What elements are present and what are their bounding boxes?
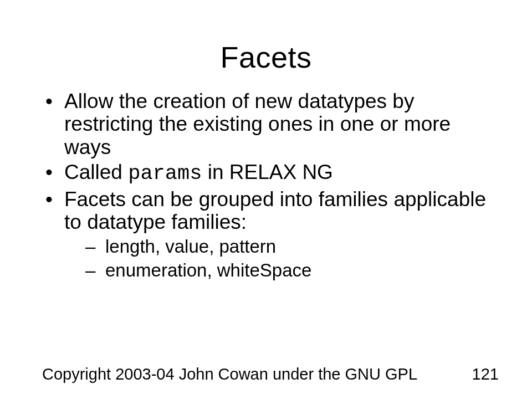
sub-bullet-item: length, value, pattern [64,235,499,258]
sub-bullet-list: length, value, pattern enumeration, whit… [64,235,499,282]
slide-footer: Copyright 2003-04 John Cowan under the G… [42,365,499,383]
sub-bullet-text: length, value, pattern [105,236,276,257]
bullet-text: Allow the creation of new datatypes by r… [64,90,451,158]
bullet-item: Called params in RELAX NG [42,161,499,185]
sub-bullet-text: enumeration, whiteSpace [105,260,311,280]
bullet-item: Allow the creation of new datatypes by r… [42,90,499,158]
code-text: params [128,162,202,185]
bullet-item: Facets can be grouped into families appl… [42,188,499,282]
copyright-text: Copyright 2003-04 John Cowan under the G… [42,365,417,383]
slide-content: Allow the creation of new datatypes by r… [0,90,532,282]
slide-title: Facets [0,0,532,90]
bullet-text-post: in RELAX NG [202,161,332,183]
bullet-list: Allow the creation of new datatypes by r… [42,90,499,282]
bullet-text-pre: Called [64,161,128,183]
bullet-text: Facets can be grouped into families appl… [64,188,486,233]
slide: Facets Allow the creation of new datatyp… [0,0,532,399]
sub-bullet-item: enumeration, whiteSpace [64,259,499,282]
page-number: 121 [472,365,499,383]
